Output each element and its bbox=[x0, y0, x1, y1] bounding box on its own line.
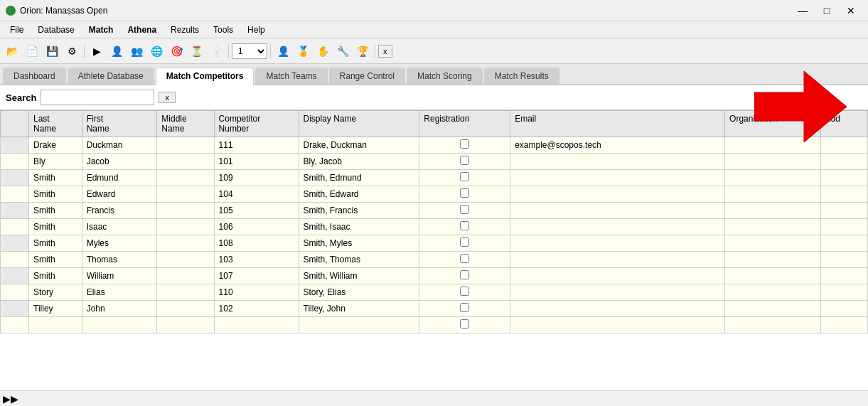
search-input[interactable] bbox=[41, 90, 154, 105]
cell-display: Smith, Edmund bbox=[299, 170, 419, 186]
cell-first: Isaac bbox=[82, 219, 157, 235]
tool-open-btn[interactable]: 📂 bbox=[3, 42, 21, 60]
cell-email bbox=[510, 301, 725, 317]
cell-number: 101 bbox=[214, 154, 299, 170]
empty-row-email-input[interactable] bbox=[515, 320, 720, 331]
cell-registration[interactable] bbox=[419, 154, 510, 170]
tool-play-btn[interactable]: ▶ bbox=[87, 42, 106, 60]
registration-checkbox[interactable] bbox=[460, 156, 469, 165]
menu-athena[interactable]: Athena bbox=[120, 23, 164, 36]
cell-first: William bbox=[82, 268, 157, 284]
cell-registration[interactable] bbox=[419, 252, 510, 268]
cell-number: 107 bbox=[214, 268, 299, 284]
cell-number: 109 bbox=[214, 170, 299, 186]
registration-checkbox[interactable] bbox=[460, 205, 469, 214]
cell-middle bbox=[157, 219, 214, 235]
menu-database[interactable]: Database bbox=[31, 23, 81, 36]
table-row: SmithThomas103Smith, Thomas bbox=[1, 252, 868, 268]
cell-number: 106 bbox=[214, 219, 299, 235]
tool-hand-btn[interactable]: ✋ bbox=[314, 42, 332, 60]
table-row: SmithWilliam107Smith, William bbox=[1, 268, 868, 284]
tool-user-btn[interactable]: 👤 bbox=[274, 42, 292, 60]
tool-badge-btn[interactable]: 🏅 bbox=[294, 42, 312, 60]
minimize-button[interactable]: — bbox=[791, 4, 814, 18]
cell-last: Smith bbox=[29, 203, 82, 219]
toolbar-separator-2 bbox=[228, 44, 229, 58]
registration-checkbox[interactable] bbox=[460, 270, 469, 279]
tab-dashboard[interactable]: Dashboard bbox=[3, 68, 66, 84]
menu-match[interactable]: Match bbox=[82, 23, 121, 36]
cell-empty bbox=[82, 317, 157, 333]
menu-help[interactable]: Help bbox=[240, 23, 272, 36]
tab-match-competitors[interactable]: Match Competitors bbox=[156, 68, 254, 85]
maximize-button[interactable]: □ bbox=[815, 4, 838, 18]
tool-trophy-btn[interactable]: 🏆 bbox=[353, 42, 372, 60]
tool-settings-btn[interactable]: ⚙ bbox=[63, 42, 81, 60]
tab-match-teams[interactable]: Match Teams bbox=[255, 68, 327, 84]
menu-bar: File Database Match Athena Rezults Tools… bbox=[0, 21, 868, 38]
cell-add bbox=[820, 170, 867, 186]
col-header-competitor-number: CompetitorNumber bbox=[214, 111, 299, 137]
tab-match-scoring[interactable]: Match Scoring bbox=[407, 68, 483, 84]
cell-row-num bbox=[1, 186, 29, 203]
cell-add bbox=[820, 252, 867, 268]
cell-display: Story, Elias bbox=[299, 284, 419, 301]
menu-tools[interactable]: Tools bbox=[206, 23, 240, 36]
tool-target-btn[interactable]: 🎯 bbox=[167, 42, 186, 60]
cell-row-num bbox=[1, 252, 29, 268]
app-icon bbox=[6, 6, 16, 16]
tool-wrench-btn[interactable]: 🔧 bbox=[333, 42, 352, 60]
col-header-registration: Registration bbox=[419, 111, 510, 137]
registration-checkbox[interactable] bbox=[460, 221, 469, 230]
cell-last: Smith bbox=[29, 170, 82, 186]
nav-arrows[interactable]: ▶▶ bbox=[3, 393, 18, 405]
cell-registration[interactable] bbox=[419, 203, 510, 219]
tab-range-control[interactable]: Range Control bbox=[329, 68, 405, 84]
relay-select[interactable]: 1 2 3 bbox=[232, 43, 267, 59]
cell-registration[interactable] bbox=[419, 186, 510, 203]
cell-empty bbox=[820, 317, 867, 333]
cell-number: 111 bbox=[214, 137, 299, 154]
registration-checkbox[interactable] bbox=[460, 188, 469, 198]
cell-registration[interactable] bbox=[419, 170, 510, 186]
tool-x-button[interactable]: x bbox=[378, 45, 392, 58]
cell-row-num bbox=[1, 170, 29, 186]
cell-add bbox=[820, 268, 867, 284]
tool-alert-btn[interactable]: ❕ bbox=[207, 42, 225, 60]
tab-athlete-database[interactable]: Athlete Database bbox=[68, 68, 154, 84]
registration-checkbox[interactable] bbox=[460, 172, 469, 181]
cell-registration[interactable] bbox=[419, 301, 510, 317]
tool-globe-btn[interactable]: 🌐 bbox=[147, 42, 166, 60]
title-bar-controls: — □ ✕ bbox=[791, 4, 862, 18]
close-button[interactable]: ✕ bbox=[840, 4, 862, 18]
menu-rezults[interactable]: Rezults bbox=[164, 23, 206, 36]
cell-row-num bbox=[1, 284, 29, 301]
cell-first: Elias bbox=[82, 284, 157, 301]
tool-group-btn[interactable]: 👥 bbox=[127, 42, 146, 60]
cell-registration[interactable] bbox=[419, 284, 510, 301]
menu-file[interactable]: File bbox=[3, 23, 31, 36]
cell-email: example@scopos.tech bbox=[510, 137, 725, 154]
cell-registration[interactable] bbox=[419, 219, 510, 235]
tool-filter-btn[interactable]: ⏳ bbox=[187, 42, 205, 60]
cell-middle bbox=[157, 154, 214, 170]
registration-checkbox[interactable] bbox=[460, 237, 469, 247]
cell-registration[interactable] bbox=[419, 268, 510, 284]
cell-registration[interactable] bbox=[419, 137, 510, 154]
registration-checkbox[interactable] bbox=[460, 287, 469, 296]
tab-match-results[interactable]: Match Results bbox=[484, 68, 559, 84]
cell-number: 103 bbox=[214, 252, 299, 268]
table-row: SmithMyles108Smith, Myles bbox=[1, 235, 868, 252]
cell-add bbox=[820, 203, 867, 219]
cell-first: Edward bbox=[82, 186, 157, 203]
search-clear-button[interactable]: x bbox=[159, 92, 176, 103]
tool-new-btn[interactable]: 📄 bbox=[23, 42, 41, 60]
tool-save-btn[interactable]: 💾 bbox=[43, 42, 61, 60]
tool-athlete-btn[interactable]: 👤 bbox=[107, 42, 126, 60]
registration-checkbox[interactable] bbox=[460, 303, 469, 312]
cell-empty bbox=[157, 317, 214, 333]
registration-checkbox[interactable] bbox=[460, 254, 469, 263]
empty-row-checkbox[interactable] bbox=[460, 319, 469, 328]
registration-checkbox[interactable] bbox=[460, 139, 469, 149]
cell-registration[interactable] bbox=[419, 235, 510, 252]
